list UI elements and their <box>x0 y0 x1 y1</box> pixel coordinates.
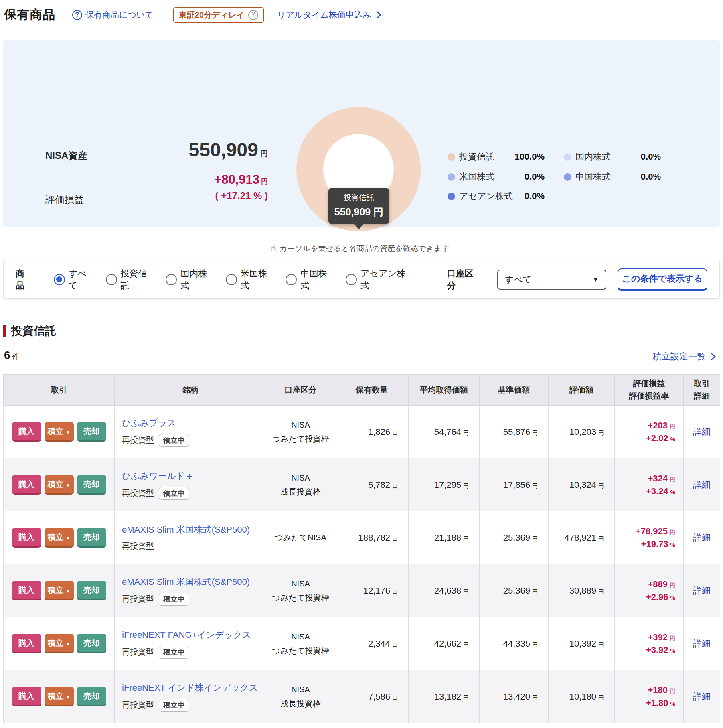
buy-button[interactable]: 購入 <box>12 687 41 706</box>
valuation-amount-cell: 30,889円 <box>549 564 615 617</box>
tsumitate-button[interactable]: 積立▼ <box>45 528 74 548</box>
legend-item: 米国株式 0.0% <box>448 171 545 183</box>
detail-link[interactable]: 詳細 <box>693 639 711 649</box>
legend-dot <box>564 173 571 181</box>
tsumitate-button[interactable]: 積立▼ <box>45 422 74 442</box>
radio-asean-stock[interactable]: アセアン株式 <box>346 268 412 292</box>
tsumitate-button[interactable]: 積立▼ <box>45 634 74 653</box>
caret-down-icon: ▼ <box>66 588 71 594</box>
dividend-type-label: 再投資型 <box>122 647 154 657</box>
sell-button[interactable]: 売却 <box>77 528 106 548</box>
detail-link[interactable]: 詳細 <box>693 691 711 702</box>
buy-button[interactable]: 購入 <box>12 581 41 600</box>
radio-icon <box>54 274 65 285</box>
filter-bar: 商品 すべて 投資信託 国内株式 米国株式 中国株式 アセアン株式 口座区分 す… <box>3 260 720 299</box>
fund-name-link[interactable]: iFreeNEXT FANG+インデックス <box>122 630 251 640</box>
dividend-type-label: 再投資型 <box>122 488 154 499</box>
tsumitate-active-badge: 積立中 <box>159 699 189 712</box>
account-type-select[interactable]: すべて ▼ <box>497 270 606 290</box>
question-icon[interactable]: ? <box>248 10 258 20</box>
radio-china-stock[interactable]: 中国株式 <box>286 268 334 292</box>
trade-actions-cell: 購入積立▼売却 <box>4 617 115 670</box>
detail-cell: 詳細 <box>684 670 720 723</box>
tsumitate-button[interactable]: 積立▼ <box>45 687 74 706</box>
table-header-row: 取引銘柄口座区分保有数量平均取得価額基準価額評価額評価損益評価損益率取引詳細 <box>4 375 720 406</box>
column-header: 評価額 <box>549 375 615 406</box>
about-holdings-link[interactable]: ? 保有商品について <box>72 9 154 20</box>
fund-subinfo: 再投資型 積立中 <box>122 593 259 606</box>
buy-button[interactable]: 購入 <box>12 475 41 495</box>
dividend-type-label: 再投資型 <box>122 594 154 604</box>
buy-button[interactable]: 購入 <box>12 528 41 548</box>
avg-acquisition-price-cell: 42,662円 <box>409 617 480 670</box>
radio-investment-trust[interactable]: 投資信託 <box>106 268 155 292</box>
fund-subinfo: 再投資型 積立中 <box>122 646 259 659</box>
radio-domestic-stock[interactable]: 国内株式 <box>166 268 215 292</box>
fund-name-link[interactable]: ひふみワールド＋ <box>122 471 194 481</box>
sell-button[interactable]: 売却 <box>77 475 106 495</box>
legend-item: 投資信託 100.0% <box>448 151 545 163</box>
trade-actions-cell: 購入積立▼売却 <box>4 564 115 617</box>
legend-item: 中国株式 0.0% <box>564 171 661 183</box>
account-filter-label: 口座区分 <box>447 268 482 292</box>
nav-price-cell: 13,420円 <box>480 670 549 723</box>
tooltip-label: 投資信託 <box>332 193 386 203</box>
sell-button[interactable]: 売却 <box>77 422 106 442</box>
legend-dot <box>564 153 571 161</box>
account-type-cell: NISAつみたて投資枠 <box>266 564 335 617</box>
caret-down-icon: ▼ <box>66 535 71 541</box>
holding-quantity-cell: 2,344口 <box>335 617 409 670</box>
profit-loss-cell: +203円 +2.02% <box>615 406 684 458</box>
account-type-cell: NISA成長投資枠 <box>266 458 335 511</box>
detail-link[interactable]: 詳細 <box>693 427 711 437</box>
holding-quantity-cell: 188,782口 <box>335 511 409 564</box>
column-header: 口座区分 <box>266 375 335 406</box>
total-asset-value: 550,909円 <box>156 139 268 161</box>
detail-cell: 詳細 <box>684 511 720 564</box>
fund-name-link[interactable]: iFreeNEXT インド株インデックス <box>122 683 258 693</box>
radio-icon <box>106 274 117 285</box>
trade-actions-cell: 購入積立▼売却 <box>4 670 115 723</box>
detail-link[interactable]: 詳細 <box>693 586 711 596</box>
fund-row: 購入積立▼売却 eMAXIS Slim 米国株式(S&P500) 再投資型 積立… <box>4 564 720 617</box>
account-select-value: すべて <box>504 274 532 286</box>
tooltip-value: 550,909 円 <box>332 205 386 219</box>
buy-button[interactable]: 購入 <box>12 422 41 442</box>
radio-icon <box>226 274 237 285</box>
apply-filter-button[interactable]: この条件で表示する <box>618 268 707 291</box>
detail-link[interactable]: 詳細 <box>693 533 711 543</box>
legend-item: 国内株式 0.0% <box>564 151 661 163</box>
realtime-quote-link[interactable]: リアルタイム株価申込み <box>277 9 381 20</box>
dividend-type-label: 再投資型 <box>122 541 154 552</box>
fund-name-link[interactable]: eMAXIS Slim 米国株式(S&P500) <box>122 525 250 535</box>
holdings-table: 取引銘柄口座区分保有数量平均取得価額基準価額評価額評価損益評価損益率取引詳細 購… <box>3 374 720 723</box>
profit-loss-cell: +392円 +3.92% <box>615 617 684 670</box>
radio-all-products[interactable]: すべて <box>54 268 95 292</box>
radio-us-stock[interactable]: 米国株式 <box>226 268 275 292</box>
fund-name-link[interactable]: eMAXIS Slim 米国株式(S&P500) <box>122 577 250 587</box>
sell-button[interactable]: 売却 <box>77 581 106 600</box>
column-header: 基準価額 <box>480 375 549 406</box>
tsumitate-settings-link[interactable]: 積立設定一覧 <box>653 351 716 363</box>
tsumitate-active-badge: 積立中 <box>159 593 189 606</box>
account-type-cell: つみたてNISA <box>266 511 335 564</box>
fund-name-link[interactable]: ひふみプラス <box>122 418 176 428</box>
profit-loss-rate: ( +17.21 % ) <box>156 190 268 201</box>
valuation-amount-cell: 10,180円 <box>549 670 615 723</box>
column-header: 保有数量 <box>335 375 409 406</box>
fund-name-cell: eMAXIS Slim 米国株式(S&P500) 再投資型 積立中 <box>115 564 266 617</box>
tsumitate-button[interactable]: 積立▼ <box>45 581 74 600</box>
radio-icon <box>286 274 297 285</box>
tsumitate-button[interactable]: 積立▼ <box>45 475 74 495</box>
detail-link[interactable]: 詳細 <box>693 480 711 490</box>
sell-button[interactable]: 売却 <box>77 687 106 706</box>
valuation-amount-cell: 478,921円 <box>549 511 615 564</box>
buy-button[interactable]: 購入 <box>12 634 41 653</box>
fund-name-cell: ひふみプラス 再投資型 積立中 <box>115 406 266 458</box>
sell-button[interactable]: 売却 <box>77 634 106 653</box>
legend-dot <box>448 193 455 200</box>
column-header: 銘柄 <box>115 375 266 406</box>
section-accent-bar <box>3 325 6 337</box>
page-header: 保有商品 ? 保有商品について 東証20分ディレイ ? リアルタイム株価申込み <box>4 6 381 23</box>
detail-cell: 詳細 <box>684 617 720 670</box>
